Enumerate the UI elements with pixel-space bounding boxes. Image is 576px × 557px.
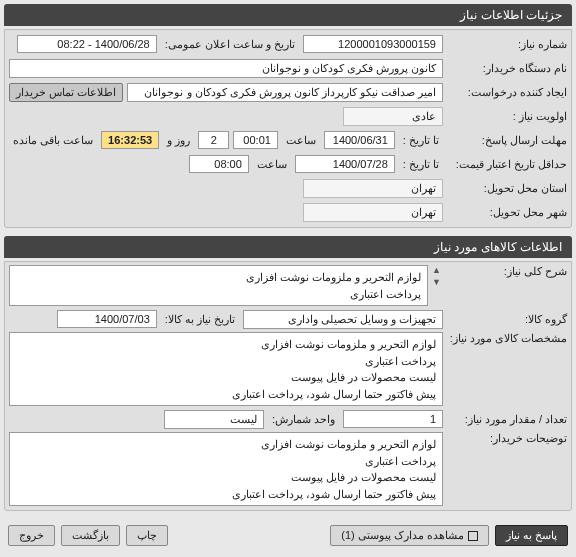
province-value: تهران	[303, 179, 443, 198]
announce-value: 1400/06/28 - 08:22	[17, 35, 157, 53]
panel1-body: شماره نیاز: 1200001093000159 تاریخ و ساع…	[4, 29, 572, 228]
validity-time: 08:00	[189, 155, 249, 173]
attachments-label: مشاهده مدارک پیوستی (1)	[341, 529, 464, 542]
panel2-header: اطلاعات کالاهای مورد نیاز	[4, 236, 572, 258]
overview-label: شرح کلی نیاز:	[447, 265, 567, 278]
announce-label: تاریخ و ساعت اعلان عمومی:	[161, 38, 299, 51]
need-no-value: 1200001093000159	[303, 35, 443, 53]
priority-label: اولویت نیاز :	[447, 110, 567, 123]
spec-text: لوازم التحریر و ملزومات نوشت افزاری پردا…	[9, 332, 443, 406]
qty-value: 1	[343, 410, 443, 428]
priority-value: عادی	[343, 107, 443, 126]
scroll-arrows-icon[interactable]: ▲▼	[432, 265, 443, 287]
remain-suffix: ساعت باقی مانده	[9, 134, 97, 147]
deadline-time: 00:01	[233, 131, 277, 149]
overview-text: لوازم التحریر و ملزومات نوشت افزاری پردا…	[9, 265, 428, 306]
need-date-label: تاریخ نیاز به کالا:	[161, 313, 239, 326]
spec-label: مشخصات کالای مورد نیاز:	[447, 332, 567, 345]
print-button[interactable]: چاپ	[126, 525, 168, 546]
need-date-value: 1400/07/03	[57, 310, 157, 328]
deadline-label: مهلت ارسال پاسخ:	[447, 134, 567, 147]
province-label: استان محل تحویل:	[447, 182, 567, 195]
city-value: تهران	[303, 203, 443, 222]
group-value: تجهیزات و وسایل تحصیلی واداری	[243, 310, 443, 329]
unit-label: واحد شمارش:	[268, 413, 339, 426]
qty-label: تعداد / مقدار مورد نیاز:	[447, 413, 567, 426]
group-label: گروه کالا:	[447, 313, 567, 326]
days-and-label: روز و	[163, 134, 194, 147]
footer-bar: پاسخ به نیاز مشاهده مدارک پیوستی (1) چاپ…	[4, 519, 572, 552]
requester-value: امیر صداقت نیکو کارپرداز کانون پرورش فکر…	[127, 83, 443, 102]
time-label-1: ساعت	[282, 134, 320, 147]
need-no-label: شماره نیاز:	[447, 38, 567, 51]
validity-label: حداقل تاریخ اعتبار قیمت:	[447, 158, 567, 171]
time-remaining: 16:32:53	[101, 131, 159, 149]
time-label-2: ساعت	[253, 158, 291, 171]
buyer-value: کانون پرورش فکری کودکان و نوجوانان	[9, 59, 443, 78]
days-remaining: 2	[198, 131, 229, 149]
respond-label: پاسخ به نیاز	[506, 529, 557, 542]
city-label: شهر محل تحویل:	[447, 206, 567, 219]
attachment-icon	[468, 531, 478, 541]
unit-value: لیست	[164, 410, 264, 429]
attachments-button[interactable]: مشاهده مدارک پیوستی (1)	[330, 525, 489, 546]
exit-button[interactable]: خروج	[8, 525, 55, 546]
buyer-note-text: لوازم التحریر و ملزومات نوشت افزاری پردا…	[9, 432, 443, 506]
deadline-date: 1400/06/31	[324, 131, 395, 149]
panel2-body: شرح کلی نیاز: ▲▼ لوازم التحریر و ملزومات…	[4, 261, 572, 511]
respond-button[interactable]: پاسخ به نیاز	[495, 525, 568, 546]
panel1-header: جزئیات اطلاعات نیاز	[4, 4, 572, 26]
contact-tag[interactable]: اطلاعات تماس خریدار	[9, 83, 123, 102]
back-button[interactable]: بازگشت	[61, 525, 120, 546]
requester-label: ایجاد کننده درخواست:	[447, 86, 567, 99]
to-date-label-2: تا تاریخ :	[399, 158, 443, 171]
buyer-label: نام دستگاه خریدار:	[447, 62, 567, 75]
buyer-note-label: توضیحات خریدار:	[447, 432, 567, 445]
to-date-label-1: تا تاریخ :	[399, 134, 443, 147]
validity-date: 1400/07/28	[295, 155, 395, 173]
